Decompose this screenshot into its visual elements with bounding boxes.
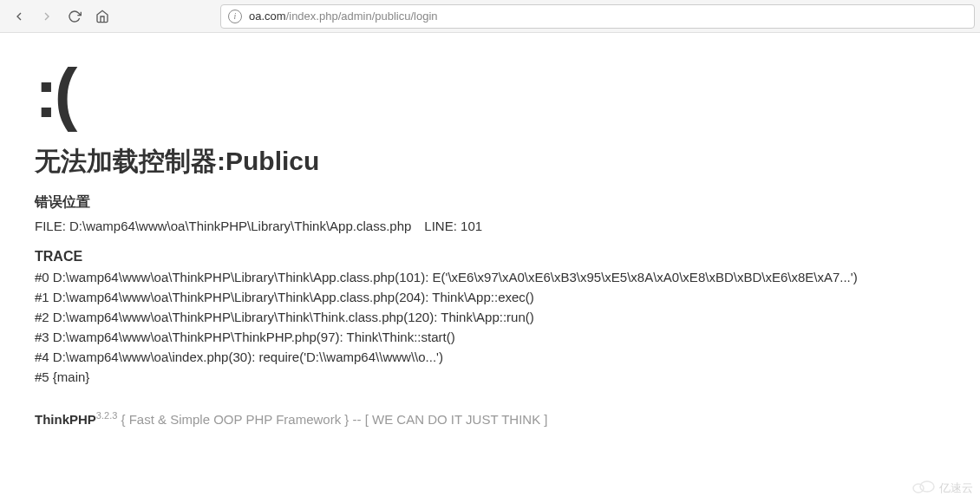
browser-toolbar: i oa.com/index.php/admin/publicu/login — [0, 0, 980, 33]
trace-line: #1 D:\wamp64\www\oa\ThinkPHP\Library\Thi… — [35, 290, 945, 304]
home-button[interactable] — [89, 3, 115, 29]
error-title: 无法加载控制器:Publicu — [35, 144, 945, 180]
footer: ThinkPHP3.2.3 { Fast & Simple OOP PHP Fr… — [35, 410, 945, 427]
trace-line: #0 D:\wamp64\www\oa\ThinkPHP\Library\Thi… — [35, 270, 945, 284]
forward-button[interactable] — [34, 3, 60, 29]
error-location-label: 错误位置 — [35, 193, 945, 212]
trace-line: #2 D:\wamp64\www\oa\ThinkPHP\Library\Thi… — [35, 310, 945, 324]
back-button[interactable] — [6, 3, 32, 29]
svg-point-1 — [920, 481, 934, 492]
info-icon: i — [228, 10, 242, 23]
file-prefix: FILE: — [35, 219, 69, 233]
error-location: FILE: D:\wamp64\www\oa\ThinkPHP\Library\… — [35, 219, 945, 235]
error-page-content: :( 无法加载控制器:Publicu 错误位置 FILE: D:\wamp64\… — [0, 33, 980, 444]
address-bar[interactable]: i oa.com/index.php/admin/publicu/login — [220, 4, 975, 29]
footer-version: 3.2.3 — [96, 410, 117, 421]
file-path: D:\wamp64\www\oa\ThinkPHP\Library\Think\… — [69, 219, 411, 233]
watermark-text: 亿速云 — [939, 480, 973, 496]
trace-line: #4 D:\wamp64\www\oa\index.php(30): requi… — [35, 349, 945, 364]
cloud-icon — [911, 480, 936, 496]
url-path: /index.php/admin/publicu/login — [286, 10, 438, 23]
trace-line: #3 D:\wamp64\www\oa\ThinkPHP\ThinkPHP.ph… — [35, 330, 945, 344]
footer-tagline: { Fast & Simple OOP PHP Framework } -- [… — [117, 412, 547, 427]
line-number: 101 — [461, 219, 482, 233]
url-domain: oa.com — [249, 10, 286, 23]
svg-point-0 — [913, 484, 924, 493]
reload-button[interactable] — [62, 3, 88, 29]
trace-line: #5 {main} — [35, 369, 945, 384]
watermark: 亿速云 — [911, 480, 973, 496]
sad-face-icon: :( — [35, 59, 945, 128]
line-prefix: LINE: — [411, 219, 461, 233]
footer-brand: ThinkPHP — [35, 412, 96, 427]
trace-label: TRACE — [35, 249, 945, 265]
